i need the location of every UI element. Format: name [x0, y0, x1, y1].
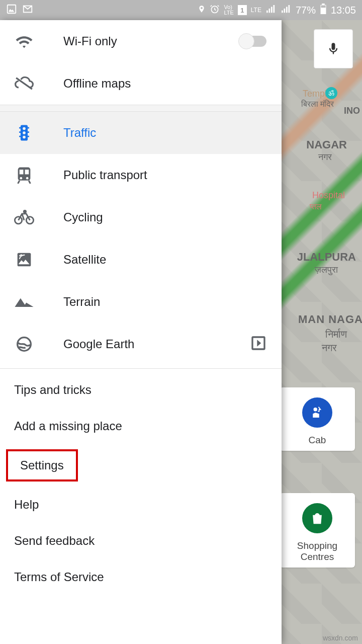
mail-icon: [22, 4, 33, 17]
svg-point-8: [314, 408, 318, 412]
svg-point-18: [15, 217, 22, 224]
navigation-drawer: Wi-Fi only Offline maps Traffic Public t…: [0, 20, 282, 644]
svg-point-10: [23, 127, 26, 130]
battery-label: 77%: [296, 5, 316, 16]
label: Terms of Service: [14, 570, 104, 584]
map-label-man-nagar-sub2: नगर: [322, 342, 337, 354]
alarm-icon: [210, 4, 220, 17]
watermark: wsxdn.com: [323, 634, 358, 642]
label: Google Earth: [63, 337, 134, 351]
svg-point-17: [26, 177, 29, 180]
label: Terrain: [63, 295, 100, 309]
svg-text:ॐ: ॐ: [328, 89, 334, 97]
separator: [0, 105, 282, 112]
terrain-icon: [14, 296, 34, 308]
shopping-icon: [302, 503, 332, 533]
label: Public transport: [63, 168, 147, 182]
menu-item-google-earth[interactable]: Google Earth: [0, 323, 282, 365]
map-poi-temple-sub: बिरला मंदिर: [301, 100, 334, 109]
earth-icon: [14, 336, 34, 352]
wifi-icon: [14, 34, 34, 48]
menu-item-satellite[interactable]: Satellite: [0, 238, 282, 281]
svg-rect-5: [321, 5, 325, 8]
svg-point-16: [20, 177, 23, 180]
map-poi-hospital-sub: प्तल: [310, 202, 322, 211]
clock-label: 13:05: [331, 5, 356, 16]
category-card-shopping[interactable]: Shopping Centres: [280, 493, 355, 568]
card-label: Shopping: [285, 540, 350, 551]
label: Wi-Fi only: [63, 34, 117, 48]
map-label-ino: INO: [344, 106, 360, 116]
label: Cycling: [63, 210, 103, 224]
label: Tips and tricks: [14, 383, 92, 396]
traffic-icon: [14, 124, 34, 141]
map-label-man-nagar: MAN NAGA: [298, 313, 362, 326]
highlight-annotation: Settings: [6, 449, 78, 481]
menu-item-help[interactable]: Help: [0, 487, 282, 523]
battery-icon: [320, 4, 327, 17]
menu-item-terrain[interactable]: Terrain: [0, 281, 282, 323]
label: Satellite: [63, 253, 106, 267]
menu-item-offline-maps[interactable]: Offline maps: [0, 62, 282, 105]
map-label-man-nagar-sub: निर्माण: [325, 329, 347, 340]
signal-icon-2: [281, 5, 292, 16]
menu-item-traffic[interactable]: Traffic: [0, 112, 282, 154]
map-poi-hospital[interactable]: Hospital: [312, 190, 345, 201]
satellite-icon: [14, 252, 34, 268]
label: Add a missing place: [14, 419, 122, 433]
map-label-jlalpura: JLALPURA: [297, 251, 356, 264]
om-marker-icon: ॐ: [325, 87, 338, 100]
mic-icon: [326, 39, 340, 58]
svg-point-12: [23, 136, 26, 139]
svg-point-20: [24, 210, 26, 212]
svg-rect-14: [20, 170, 24, 174]
menu-item-add-missing-place[interactable]: Add a missing place: [0, 408, 282, 444]
map-label-nagar: NAGAR: [306, 138, 347, 151]
svg-rect-4: [322, 4, 325, 5]
menu-item-send-feedback[interactable]: Send feedback: [0, 523, 282, 559]
cab-icon: [302, 397, 332, 428]
svg-rect-0: [8, 5, 16, 13]
status-bar: Vo)LTE 1 LTE 77% 13:05: [0, 0, 362, 20]
label: Traffic: [63, 126, 96, 140]
volte-label: Vo)LTE: [224, 5, 233, 16]
map-label-nagar-sub: नगर: [318, 152, 332, 163]
voice-search-button[interactable]: [314, 29, 353, 68]
menu-item-tips[interactable]: Tips and tricks: [0, 372, 282, 408]
gallery-icon: [6, 4, 17, 17]
menu-item-public-transport[interactable]: Public transport: [0, 154, 282, 196]
card-label: Cab: [285, 435, 350, 446]
label: Help: [14, 498, 39, 511]
lte-label: LTE: [251, 7, 261, 14]
svg-point-11: [23, 131, 26, 134]
transit-icon: [14, 167, 34, 184]
menu-item-tos[interactable]: Terms of Service: [0, 559, 282, 595]
bike-icon: [14, 210, 34, 225]
menu-item-settings[interactable]: Settings: [0, 444, 282, 487]
label: Send feedback: [14, 534, 95, 547]
label: Offline maps: [63, 76, 131, 91]
wifi-only-toggle[interactable]: [240, 36, 266, 47]
card-sublabel: Centres: [285, 551, 350, 562]
menu-item-wifi-only[interactable]: Wi-Fi only: [0, 20, 282, 62]
svg-point-19: [26, 217, 33, 224]
map-label-jlalpura-sub: ज़लपुरा: [315, 265, 338, 275]
signal-icon: [265, 5, 277, 16]
location-icon: [198, 4, 206, 17]
label: Settings: [20, 458, 64, 472]
category-card-cab[interactable]: Cab: [280, 387, 355, 451]
sim-icon: 1: [238, 5, 247, 15]
separator: [0, 368, 282, 369]
cloud-off-icon: [14, 76, 34, 91]
menu-item-cycling[interactable]: Cycling: [0, 196, 282, 238]
external-link-icon: [250, 335, 266, 353]
svg-rect-15: [25, 170, 29, 174]
